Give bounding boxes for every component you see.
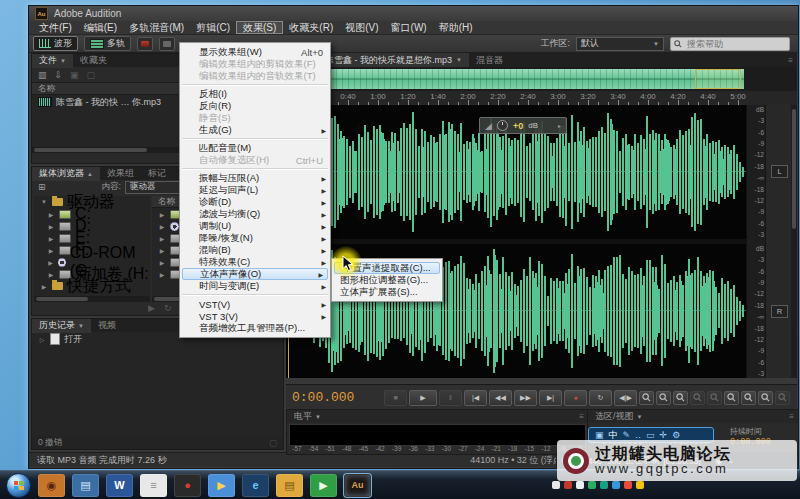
tray-icon-0[interactable] bbox=[552, 481, 560, 489]
tray-icon-1[interactable] bbox=[564, 481, 572, 489]
record-button[interactable]: ● bbox=[564, 390, 587, 406]
menu-文件(F)[interactable]: 文件(F) bbox=[33, 21, 78, 34]
menu-item[interactable]: 生成(G)▶ bbox=[180, 124, 330, 136]
hud-expand-icon[interactable]: ▸ bbox=[558, 122, 561, 129]
menu-item[interactable]: 振幅与压限(A)▶ bbox=[180, 172, 330, 184]
zoom-button-6[interactable] bbox=[741, 391, 756, 405]
menu-多轨混音(M)[interactable]: 多轨混音(M) bbox=[123, 21, 190, 34]
menu-item[interactable]: 显示效果组(W)Alt+0 bbox=[180, 46, 330, 58]
waveform-view-button[interactable]: 波形 bbox=[33, 36, 78, 51]
multitrack-view-button[interactable]: 多轨 bbox=[84, 36, 131, 51]
preview-play-icon[interactable]: ▶ bbox=[148, 303, 155, 313]
tab-history[interactable]: 历史记录▼ bbox=[32, 319, 91, 333]
waveform-display[interactable] bbox=[286, 105, 746, 378]
recorder-icon[interactable]: ● bbox=[174, 474, 201, 497]
volume-hud[interactable]: ◢ +0 dB ▸ bbox=[479, 117, 567, 134]
menu-item[interactable]: 延迟与回声(L)▶ bbox=[180, 184, 330, 196]
editor-panel-menu-icon[interactable]: ≡ bbox=[788, 56, 797, 65]
zoom-button-1[interactable] bbox=[656, 391, 671, 405]
menu-收藏夹(R)[interactable]: 收藏夹(R) bbox=[283, 21, 339, 34]
import-file-icon[interactable]: ⇩ bbox=[55, 70, 63, 80]
zoom-button-2[interactable] bbox=[673, 391, 688, 405]
tab-markers[interactable]: 标记 bbox=[141, 167, 173, 180]
acdsee-icon[interactable]: ◉ bbox=[38, 474, 65, 497]
waveform-overview[interactable] bbox=[286, 67, 797, 91]
goto-end-button[interactable]: ▶| bbox=[539, 390, 562, 406]
tray-icon-7[interactable] bbox=[636, 481, 644, 489]
drive-list-header[interactable]: 名称 bbox=[158, 196, 175, 208]
column-name[interactable]: 名称 bbox=[38, 83, 55, 95]
fast-forward-button[interactable]: ▶▶ bbox=[514, 390, 537, 406]
filter-icon[interactable]: ⊞ bbox=[38, 182, 46, 192]
pen-icon[interactable]: ✎ bbox=[623, 430, 631, 440]
menu-item[interactable]: 立体声声像(O)▶ bbox=[182, 268, 328, 280]
menu-item[interactable]: 降噪/恢复(N)▶ bbox=[180, 232, 330, 244]
menu-剪辑(C)[interactable]: 剪辑(C) bbox=[190, 21, 236, 34]
tab-levels[interactable]: 电平▼ bbox=[287, 410, 328, 424]
move-icon[interactable]: ✛ bbox=[660, 430, 668, 440]
spectral-display-button[interactable] bbox=[137, 37, 153, 51]
tab-media-browser[interactable]: 媒体浏览器▲ bbox=[32, 167, 100, 181]
zoom-button-7[interactable] bbox=[758, 391, 773, 405]
more-icon[interactable]: ‥ bbox=[635, 430, 641, 440]
tab-effects-rack[interactable]: 效果组 bbox=[100, 167, 141, 180]
tab-mixer[interactable]: 混音器 bbox=[469, 54, 510, 67]
start-button[interactable] bbox=[6, 473, 31, 498]
help-search-box[interactable] bbox=[670, 37, 790, 51]
open-file-icon[interactable]: ▥ bbox=[38, 70, 47, 80]
menu-item[interactable]: VST 3(V)▶ bbox=[180, 310, 330, 322]
menu-item[interactable]: 诊断(D)▶ bbox=[180, 196, 330, 208]
tab-files[interactable]: 文件▼ bbox=[32, 54, 73, 68]
menu-item[interactable]: 编辑效果组内的音轨效果(T) bbox=[180, 70, 330, 82]
folder-yellow-icon[interactable]: ▤ bbox=[276, 474, 303, 497]
loop-icon[interactable]: ↻ bbox=[164, 303, 172, 313]
selview-panel-menu-icon[interactable]: ≡ bbox=[789, 412, 798, 421]
workspace-dropdown[interactable]: 默认 ▼ bbox=[576, 37, 664, 51]
thunder-icon[interactable]: ▶ bbox=[310, 474, 337, 497]
zoom-button-3[interactable] bbox=[690, 391, 705, 405]
tree-item[interactable]: ▶E: bbox=[34, 232, 150, 244]
pitch-display-button[interactable] bbox=[159, 37, 175, 51]
menu-item[interactable]: 时间与变调(E)▶ bbox=[180, 280, 330, 292]
tray-icon-5[interactable] bbox=[612, 481, 620, 489]
menu-效果(S)[interactable]: 效果(S) bbox=[236, 21, 283, 34]
zoom-button-5[interactable] bbox=[724, 391, 739, 405]
tray-icon-6[interactable] bbox=[624, 481, 632, 489]
tab-selection-view[interactable]: 选区/视图▼ bbox=[588, 410, 649, 424]
menu-item[interactable]: 匹配音量(M) bbox=[180, 142, 330, 154]
settings-icon[interactable]: ⚙ bbox=[672, 430, 680, 440]
hud-gain-value[interactable]: +0 bbox=[513, 121, 523, 131]
goto-start-button[interactable]: |◀ bbox=[464, 390, 487, 406]
time-display[interactable]: 0:00.000 bbox=[286, 390, 383, 405]
trash-icon[interactable]: ▢ bbox=[269, 438, 283, 448]
notepad-icon[interactable]: ≡ bbox=[140, 474, 167, 497]
menu-item[interactable]: 滤波与均衡(Q)▶ bbox=[180, 208, 330, 220]
menu-item[interactable]: 自动修复选区(H)Ctrl+U bbox=[180, 154, 330, 166]
tray-icon-3[interactable] bbox=[588, 481, 596, 489]
tray-icon-2[interactable] bbox=[576, 481, 584, 489]
waveform-vscrollbar[interactable] bbox=[791, 105, 797, 378]
menu-item[interactable]: 编辑效果组内的剪辑效果(F) bbox=[180, 58, 330, 70]
menu-item[interactable]: 静音(S) bbox=[180, 112, 330, 124]
pause-button[interactable]: ‖ bbox=[439, 390, 462, 406]
submenu-item[interactable]: 立体声扩展器(S)... bbox=[332, 286, 442, 298]
hud-volume-knob[interactable] bbox=[497, 120, 508, 131]
play-button[interactable]: ▶ bbox=[409, 390, 437, 406]
ie-icon[interactable]: e bbox=[242, 474, 269, 497]
loop-button[interactable]: ↻ bbox=[589, 390, 612, 406]
rewind-button[interactable]: ◀◀ bbox=[489, 390, 512, 406]
zoom-button-4[interactable] bbox=[707, 391, 722, 405]
tray-icon-4[interactable] bbox=[600, 481, 608, 489]
menu-item[interactable]: 反向(R) bbox=[180, 100, 330, 112]
time-ruler[interactable]: 0:200:401:001:201:402:002:202:403:003:20… bbox=[286, 91, 797, 106]
tree-hscrollbar[interactable] bbox=[34, 296, 150, 302]
overview-selection[interactable] bbox=[695, 69, 741, 89]
menu-编辑(E)[interactable]: 编辑(E) bbox=[78, 21, 123, 34]
menu-item[interactable]: 音频增效工具管理器(P)... bbox=[180, 322, 330, 334]
skip-button[interactable]: ◀|▶ bbox=[614, 390, 637, 406]
menu-item[interactable]: VST(V)▶ bbox=[180, 298, 330, 310]
media-converter-icon[interactable]: ▶ bbox=[208, 474, 235, 497]
channel-left-button[interactable]: L bbox=[771, 165, 788, 178]
folder-blue-icon[interactable]: ▤ bbox=[72, 474, 99, 497]
zoom-button-8[interactable] bbox=[775, 391, 790, 405]
